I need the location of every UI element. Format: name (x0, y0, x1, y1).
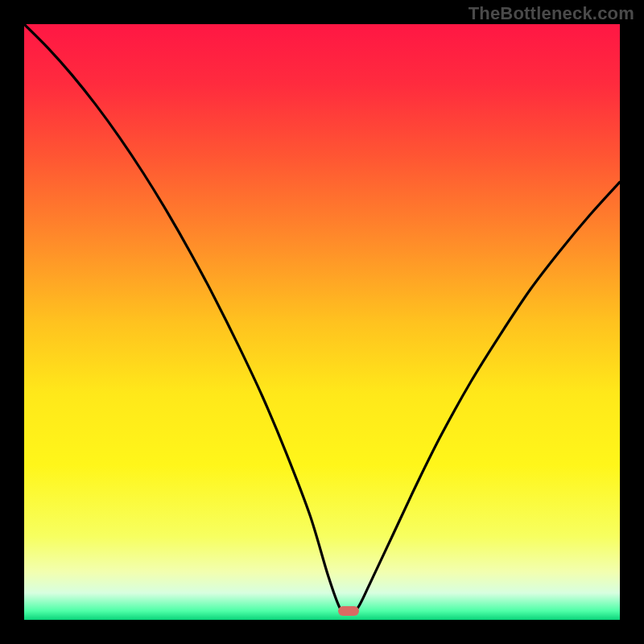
bottleneck-curve (24, 24, 620, 620)
chart-frame: TheBottleneck.com (0, 0, 644, 644)
watermark-text: TheBottleneck.com (469, 3, 634, 24)
plot-area (24, 24, 620, 620)
optimum-marker (338, 606, 359, 616)
